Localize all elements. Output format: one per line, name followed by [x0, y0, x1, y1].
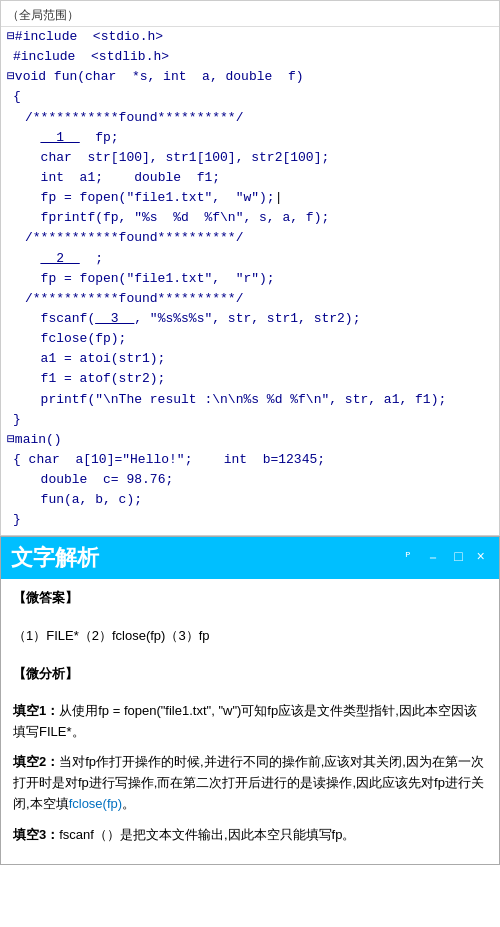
analysis-panel: 文字解析 ᴾ － □ × 【微答案】 （1）FILE*（2）fclose(fp)…	[0, 536, 500, 865]
pin-button[interactable]: ᴾ	[400, 549, 416, 567]
micro-analysis-label: 【微分析】	[13, 663, 487, 685]
code-line: fprintf(fp, "%s %d %f\n", s, a, f);	[1, 208, 499, 228]
code-line: fp = fopen("file1.txt", "r");	[1, 269, 499, 289]
code-line: ⊟void fun(char *s, int a, double f)	[1, 67, 499, 87]
code-line: char str[100], str1[100], str2[100];	[1, 148, 499, 168]
code-line: fun(a, b, c);	[1, 490, 499, 510]
fill-2-highlight: fclose(fp)	[69, 796, 122, 811]
code-line: { char a[10]="Hello!"; int b=12345;	[1, 450, 499, 470]
fill-section-3: 填空3：fscanf（）是把文本文件输出,因此本空只能填写fp。	[13, 825, 487, 846]
close-button[interactable]: ×	[473, 549, 489, 567]
code-line: __1__ fp;	[1, 128, 499, 148]
fill-section-2: 填空2：当对fp作打开操作的时候,并进行不同的操作前,应该对其关闭,因为在第一次…	[13, 752, 487, 814]
scope-label: （全局范围）	[7, 8, 79, 22]
code-line: int a1; double f1;	[1, 168, 499, 188]
analysis-body: 【微答案】 （1）FILE*（2）fclose(fp)（3）fp 【微分析】 填…	[1, 579, 499, 864]
fill-section-1: 填空1：从使用fp = fopen("file1.txt", "w")可知fp应…	[13, 701, 487, 743]
answer-line: （1）FILE*（2）fclose(fp)（3）fp	[13, 625, 487, 647]
code-line: {	[1, 87, 499, 107]
code-line: f1 = atof(str2);	[1, 369, 499, 389]
answer-text: （1）FILE*（2）fclose(fp)（3）fp	[13, 628, 210, 643]
code-line: /***********found**********/	[1, 228, 499, 248]
code-line: /***********found**********/	[1, 289, 499, 309]
code-line: a1 = atoi(str1);	[1, 349, 499, 369]
fill-3-label: 填空3：	[13, 827, 59, 842]
code-line: ⊟#include <stdio.h>	[1, 27, 499, 47]
code-line: double c= 98.76;	[1, 470, 499, 490]
code-line: }	[1, 510, 499, 530]
scope-header: （全局范围）	[1, 5, 499, 27]
code-line: printf("\nThe result :\n\n%s %d %f\n", s…	[1, 390, 499, 410]
maximize-button[interactable]: □	[450, 549, 466, 567]
code-line: #include <stdlib.h>	[1, 47, 499, 67]
fill-3-desc: 填空3：fscanf（）是把文本文件输出,因此本空只能填写fp。	[13, 825, 487, 846]
code-line: /***********found**********/	[1, 108, 499, 128]
code-line: __2__ ;	[1, 249, 499, 269]
fill-2-label: 填空2：	[13, 754, 59, 769]
code-line: fclose(fp);	[1, 329, 499, 349]
code-line: fp = fopen("file1.txt", "w");|	[1, 188, 499, 208]
minimize-button[interactable]: －	[422, 549, 444, 567]
code-editor: （全局范围） ⊟#include <stdio.h> #include <std…	[0, 0, 500, 536]
analysis-header: 文字解析 ᴾ － □ ×	[1, 537, 499, 579]
micro-answer-label: 【微答案】	[13, 587, 487, 609]
analysis-title: 文字解析	[11, 543, 99, 573]
code-line: fscanf(__3__, "%s%s%s", str, str1, str2)…	[1, 309, 499, 329]
analysis-controls[interactable]: ᴾ － □ ×	[400, 549, 489, 567]
code-line: ⊟main()	[1, 430, 499, 450]
fill-1-desc: 填空1：从使用fp = fopen("file1.txt", "w")可知fp应…	[13, 701, 487, 743]
fill-1-label: 填空1：	[13, 703, 59, 718]
fill-2-desc: 填空2：当对fp作打开操作的时候,并进行不同的操作前,应该对其关闭,因为在第一次…	[13, 752, 487, 814]
code-line: }	[1, 410, 499, 430]
